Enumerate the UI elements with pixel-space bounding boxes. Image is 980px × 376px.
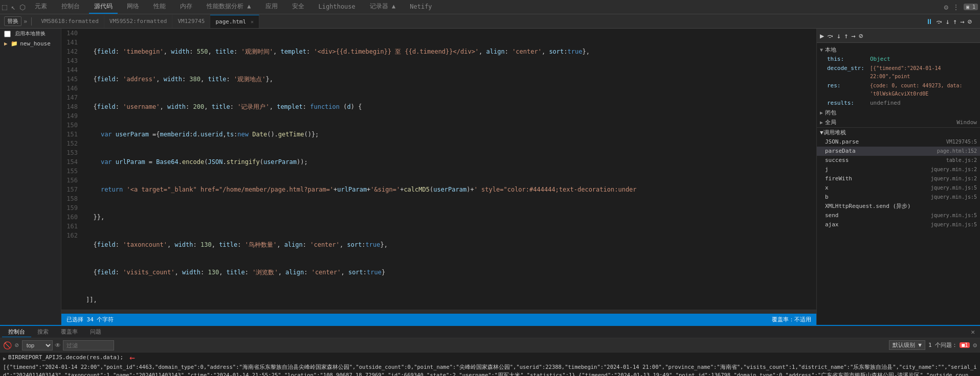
devtools-tab-elements[interactable]: 元素 xyxy=(30,0,52,14)
toolbar-expand-icon[interactable]: » xyxy=(24,18,27,25)
callstack-parsedata[interactable]: parseData page.html:152 xyxy=(817,147,980,156)
devtools-tab-console[interactable]: 控制台 xyxy=(56,0,85,14)
code-line-149: ]], xyxy=(86,295,812,304)
scope-local-header[interactable]: ▼ 本地 xyxy=(817,45,980,55)
console-filter-icon[interactable]: ⊘ xyxy=(15,341,19,349)
console-tab-coverage[interactable]: 覆盖率 xyxy=(55,327,84,337)
devtools-tab-security[interactable]: 安全 xyxy=(287,0,309,14)
devtools-tab-memory[interactable]: 内存 xyxy=(175,0,197,14)
editor-toolbar: 替换 » VM58618:formatted VM59552:formatted… xyxy=(0,14,980,29)
inspect-icon[interactable]: ⬡ xyxy=(19,3,26,11)
scope-global-section: ▶ 全局 Window xyxy=(817,118,980,127)
callstack-xmlhttp-async[interactable]: XMLHttpRequest.send (异步) xyxy=(817,202,980,211)
tab-label: VM129745 xyxy=(177,18,205,25)
callstack-file-label: jquery.min.js:5 xyxy=(931,221,977,229)
debug-panel-toolbar: ▶ ⤼ ↓ ↑ → ⊘ xyxy=(817,29,980,43)
pause-icon[interactable]: ⏸ xyxy=(926,17,933,26)
cursor-icon[interactable]: ↖ xyxy=(11,3,15,11)
callstack-fn-label: b xyxy=(825,193,829,201)
step-over-icon[interactable]: ⤼ xyxy=(936,17,942,26)
deactivate-breakpoints-icon[interactable]: ⊘ xyxy=(968,17,972,26)
right-debug-panel: ▶ ⤼ ↓ ↑ → ⊘ ▼ 本地 this: Object xyxy=(816,29,980,325)
scope-closure-header[interactable]: ▶ 闭包 xyxy=(817,108,980,118)
step-icon[interactable]: → xyxy=(960,17,964,26)
devtools-more-icon[interactable]: ⋮ xyxy=(952,3,960,11)
callstack-x[interactable]: x jquery.min.js:5 xyxy=(817,183,980,193)
console-tab-search[interactable]: 搜索 xyxy=(31,327,55,337)
devtools-tab-application[interactable]: 应用 xyxy=(260,0,283,14)
settings-icon[interactable]: ⚙ xyxy=(944,3,948,11)
callstack-send[interactable]: send jquery.min.js:5 xyxy=(817,211,980,220)
callstack-b[interactable]: b jquery.min.js:5 xyxy=(817,193,980,202)
console-toolbar: 🚫 ⊘ top 👁 默认级别 ▼ 1 个问题： ■1 ⚙ xyxy=(0,338,980,353)
console-output[interactable]: ▶ BIRDREPORT_APIJS.decode(res.data); ← [… xyxy=(0,353,980,376)
step-into-icon[interactable]: ↓ xyxy=(945,17,949,26)
devtools-tab-lighthouse[interactable]: Lighthouse xyxy=(314,1,361,13)
step-into-debug-icon[interactable]: ↓ xyxy=(836,32,840,40)
line-numbers: 140 141 142 143 144 145 146 147 148 149 … xyxy=(61,29,82,310)
step-over-debug-icon[interactable]: ⤼ xyxy=(827,32,833,40)
editor-statusbar: 已选择 34 个字符 覆盖率：不适用 xyxy=(61,314,816,325)
sidebar-enable-local-override[interactable]: 启用本地替换 xyxy=(0,29,61,39)
console-context-select[interactable]: top xyxy=(22,340,53,350)
console-close-icon[interactable]: ✕ xyxy=(968,328,978,336)
chars-selected-label: 已选择 34 个字符 xyxy=(66,316,114,323)
step-out-icon[interactable]: ↑ xyxy=(953,17,957,26)
callstack-fn-label: ajax xyxy=(825,221,839,229)
horizontal-scrollbar[interactable] xyxy=(61,310,816,314)
console-settings-icon[interactable]: ⚙ xyxy=(973,341,977,349)
console-tab-console[interactable]: 控制台 xyxy=(2,327,31,337)
tab-close-icon[interactable]: ✕ xyxy=(251,19,254,25)
console-red-indicator: ← xyxy=(129,354,135,362)
callstack-fn-label: success xyxy=(825,156,849,165)
tab-pagehtml[interactable]: page.html ✕ xyxy=(210,15,259,28)
console-input-text: BIRDREPORT_APIJS.decode(res.data); xyxy=(8,354,123,362)
eye-icon[interactable]: 👁 xyxy=(55,342,61,349)
console-level-select-label[interactable]: 默认级别 ▼ xyxy=(889,340,925,350)
scope-local-title: 本地 xyxy=(825,46,836,54)
callstack-ajax[interactable]: ajax jquery.min.js:5 xyxy=(817,220,980,229)
devtools-tab-network[interactable]: 网络 xyxy=(122,0,144,14)
scope-closure-section: ▶ 闭包 xyxy=(817,108,980,118)
devtools-tab-netify[interactable]: Netify xyxy=(405,1,437,13)
enable-local-override-checkbox[interactable] xyxy=(4,31,11,37)
scope-global-value: Window xyxy=(956,119,977,126)
replace-icon[interactable]: 替换 xyxy=(4,16,21,26)
step-out-debug-icon[interactable]: ↑ xyxy=(844,32,848,40)
pause-resume-icon[interactable]: ▶ xyxy=(820,32,824,40)
callstack-file-label: page.html:152 xyxy=(937,147,977,155)
callstack-json-parse[interactable]: JSON.parse VM129745:5 xyxy=(817,137,980,147)
callstack-file-label: jquery.min.js:5 xyxy=(931,193,977,201)
devtools-tab-sources[interactable]: 源代码 xyxy=(89,0,118,14)
editor-tab-bar: VM58618:formatted VM59552:formatted VM12… xyxy=(36,15,924,28)
callstack-header[interactable]: ▼ 调用堆栈 xyxy=(817,128,980,137)
devtools-tab-performance[interactable]: 性能 xyxy=(148,0,171,14)
callstack-j[interactable]: j jquery.min.js:2 xyxy=(817,165,980,174)
devtools-tab-recorder[interactable]: 记录器 ▲ xyxy=(365,0,400,14)
callstack-fn-label: x xyxy=(825,184,829,192)
code-editor-content[interactable]: {field: 'timebegin', width: 550, title: … xyxy=(82,29,816,310)
callstack-firewith[interactable]: fireWith jquery.min.js:2 xyxy=(817,174,980,183)
debug-toolbar: ⏸ ⤼ ↓ ↑ → ⊘ xyxy=(926,17,976,26)
code-line-148: {field: 'visits_count', width: 130, titl… xyxy=(86,268,812,277)
sidebar-folder-new-house[interactable]: ▶ 📁 new_house xyxy=(0,39,61,49)
step-debug-icon[interactable]: → xyxy=(851,32,855,40)
scope-results: results: undefined xyxy=(817,99,980,108)
callstack-success[interactable]: success table.js:2 xyxy=(817,156,980,165)
console-tab-issues[interactable]: 问题 xyxy=(84,327,107,337)
callstack-file-label: table.js:2 xyxy=(946,156,977,165)
tab-vm58618[interactable]: VM58618:formatted xyxy=(36,15,104,28)
callstack-section: ▼ 调用堆栈 JSON.parse VM129745:5 parseData p… xyxy=(817,127,980,229)
tab-vm59552[interactable]: VM59552:formatted xyxy=(104,15,173,28)
console-clear-icon[interactable]: 🚫 xyxy=(3,341,12,349)
devtools-tab-perf-insights[interactable]: 性能数据分析 ▲ xyxy=(202,0,256,14)
tab-vm129745[interactable]: VM129745 xyxy=(172,15,210,28)
console-input-line: ▶ BIRDREPORT_APIJS.decode(res.data); ← xyxy=(3,354,977,363)
scope-global-header[interactable]: ▶ 全局 Window xyxy=(817,118,980,127)
folder-label: new_house xyxy=(20,40,51,47)
code-line-145: return '<a target="_blank" href="/home/m… xyxy=(86,185,812,194)
callstack-file-label: jquery.min.js:5 xyxy=(931,212,977,220)
console-filter-input[interactable] xyxy=(63,340,114,350)
scope-global-title: 全局 xyxy=(825,119,836,126)
deactivate-debug-icon[interactable]: ⊘ xyxy=(859,32,863,40)
